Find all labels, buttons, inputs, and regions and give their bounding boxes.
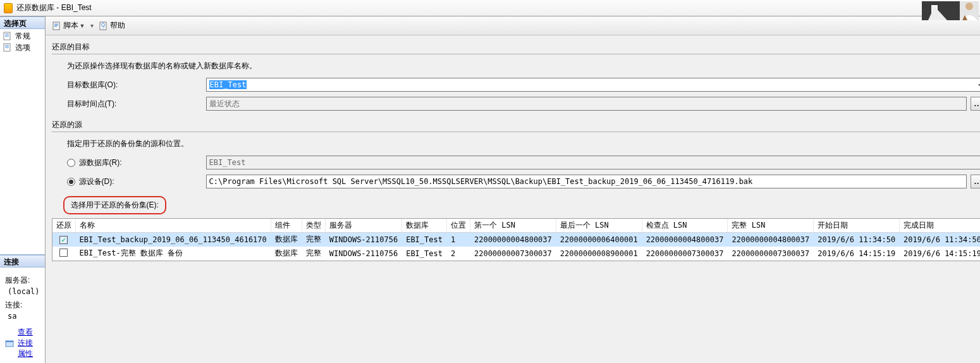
- svg-rect-11: [5, 47, 9, 48]
- cell-pos: 1: [446, 233, 470, 247]
- cell-end: 2019/6/6 14:15:19: [900, 247, 980, 261]
- server-value: (local): [8, 287, 40, 296]
- avatar-corner: [922, 1, 979, 20]
- svg-point-3: [965, 3, 973, 10]
- cell-lsn3: 22000000007300037: [642, 247, 728, 261]
- svg-text:?: ?: [102, 25, 105, 30]
- script-button[interactable]: 脚本 ▼: [49, 19, 88, 32]
- col-start-date[interactable]: 开始日期: [814, 219, 900, 233]
- source-db-radio[interactable]: [67, 159, 75, 167]
- col-type[interactable]: 类型: [302, 219, 325, 233]
- sidebar: 选择页 常规 选项 连接 服务器: (local) 连接: sa: [0, 16, 46, 363]
- cell-lsn1: 22000000004800037: [470, 233, 556, 247]
- cell-comp: 数据库: [271, 233, 302, 247]
- server-label: 服务器:: [5, 275, 40, 286]
- cell-lsn2: 22000000008900001: [556, 247, 642, 261]
- toolbar-separator: ▾: [90, 22, 94, 29]
- source-group-title: 还原的源: [52, 117, 980, 132]
- dest-group-desc: 为还原操作选择现有数据库的名称或键入新数据库名称。: [52, 61, 980, 78]
- cell-lsn4: 22000000007300037: [728, 247, 814, 261]
- svg-rect-7: [5, 36, 9, 37]
- svg-rect-6: [5, 35, 9, 35]
- toolbar: 脚本 ▼ ▾ ? 帮助: [46, 16, 980, 35]
- sidebar-header: 选择页: [0, 16, 45, 29]
- col-server[interactable]: 服务器: [325, 219, 401, 233]
- sidebar-item-label: 选项: [15, 42, 30, 53]
- cell-lsn4: 22000000004800037: [728, 233, 814, 247]
- select-backup-sets-label: 选择用于还原的备份集(E):: [63, 196, 166, 214]
- source-device-radio[interactable]: [67, 178, 75, 186]
- source-group-desc: 指定用于还原的备份集的源和位置。: [52, 138, 980, 156]
- cell-type: 完整: [302, 247, 325, 261]
- col-last-lsn[interactable]: 最后一个 LSN: [556, 219, 642, 233]
- source-db-field: EBI_Test: [206, 156, 980, 169]
- properties-icon: [5, 339, 15, 348]
- col-restore[interactable]: 还原: [52, 219, 76, 233]
- cell-lsn2: 22000000006400001: [556, 233, 642, 247]
- col-position[interactable]: 位置: [446, 219, 470, 233]
- target-time-field[interactable]: 最近状态: [206, 97, 967, 111]
- target-db-label: 目标数据库(O):: [67, 80, 206, 90]
- col-name[interactable]: 名称: [75, 219, 271, 233]
- cell-pos: 2: [446, 247, 470, 261]
- cell-server: WINDOWS-2110756: [325, 247, 401, 261]
- source-db-label: 源数据库(R):: [79, 157, 122, 168]
- page-icon: [3, 42, 13, 52]
- help-button[interactable]: ? 帮助: [96, 19, 128, 32]
- cell-type: 完整: [302, 233, 325, 247]
- col-db[interactable]: 数据库: [402, 219, 447, 233]
- restore-checkbox[interactable]: [59, 236, 68, 244]
- backup-sets-table[interactable]: 还原 名称 组件 类型 服务器 数据库 位置 第一个 LSN 最后一个 LSN …: [52, 218, 980, 261]
- connection-label: 连接:: [5, 300, 40, 311]
- cell-lsn3: 22000000004800037: [642, 233, 728, 247]
- source-device-field[interactable]: C:\Program Files\Microsoft SQL Server\MS…: [206, 175, 967, 188]
- cell-db: EBI_Test: [402, 233, 447, 247]
- browse-time-button[interactable]: ...: [971, 97, 980, 111]
- col-full-lsn[interactable]: 完整 LSN: [728, 219, 814, 233]
- cell-name: EBI_Test-完整 数据库 备份: [75, 247, 271, 261]
- view-connection-props-link[interactable]: 查看连接属性: [5, 327, 40, 359]
- svg-rect-5: [5, 34, 9, 34]
- restore-checkbox[interactable]: [59, 249, 68, 257]
- page-icon: [3, 31, 13, 41]
- window-title: 还原数据库 - EBI_Test: [16, 3, 92, 13]
- sidebar-item-general[interactable]: 常规: [0, 30, 45, 42]
- col-checkpoint-lsn[interactable]: 检查点 LSN: [642, 219, 728, 233]
- svg-rect-13: [6, 341, 13, 342]
- svg-rect-14: [53, 22, 59, 30]
- cell-db: EBI_Test: [402, 247, 447, 261]
- title-bar: 还原数据库 - EBI_Test: [0, 0, 980, 16]
- col-first-lsn[interactable]: 第一个 LSN: [470, 219, 556, 233]
- sidebar-item-options[interactable]: 选项: [0, 42, 45, 53]
- svg-rect-10: [5, 46, 9, 47]
- cell-end: 2019/6/6 11:34:50: [900, 233, 980, 247]
- cell-start: 2019/6/6 11:34:50: [814, 233, 900, 247]
- target-time-label: 目标时间点(T):: [67, 99, 206, 109]
- help-icon: ?: [99, 21, 109, 31]
- database-icon: [4, 3, 13, 13]
- chevron-down-icon: ▾: [974, 80, 980, 90]
- col-end-date[interactable]: 完成日期: [900, 219, 980, 233]
- cell-lsn1: 22000000007300037: [470, 247, 556, 261]
- connection-value: sa: [8, 312, 40, 321]
- cell-comp: 数据库: [271, 247, 302, 261]
- svg-rect-9: [5, 45, 9, 46]
- sidebar-item-label: 常规: [15, 31, 30, 42]
- source-device-label: 源设备(D):: [79, 176, 114, 187]
- chevron-down-icon: ▼: [80, 23, 85, 29]
- dest-group-title: 还原的目标: [52, 39, 980, 54]
- target-db-combo[interactable]: EBI_Test ▾: [206, 78, 980, 92]
- col-component[interactable]: 组件: [271, 219, 302, 233]
- script-icon: [52, 21, 62, 31]
- cell-name: EBI_Test_backup_2019_06_06_113450_461617…: [75, 233, 271, 247]
- cell-server: WINDOWS-2110756: [325, 233, 401, 247]
- connection-header: 连接: [0, 255, 45, 268]
- browse-device-button[interactable]: ...: [971, 175, 980, 188]
- table-row[interactable]: EBI_Test_backup_2019_06_06_113450_461617…: [52, 233, 980, 247]
- table-row[interactable]: EBI_Test-完整 数据库 备份数据库完整WINDOWS-2110756EB…: [52, 247, 980, 261]
- cell-start: 2019/6/6 14:15:19: [814, 247, 900, 261]
